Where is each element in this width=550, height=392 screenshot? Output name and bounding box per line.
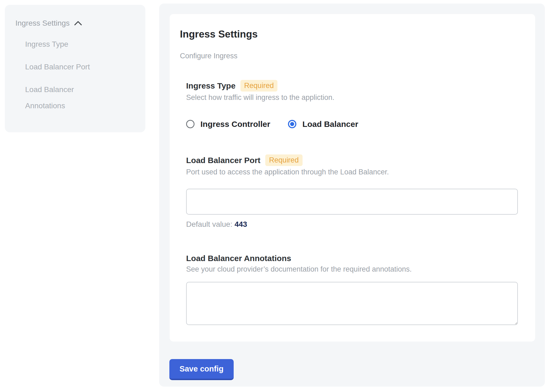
load-balancer-port-input[interactable] bbox=[186, 189, 518, 215]
field-description: Port used to access the application thro… bbox=[186, 168, 518, 177]
form-fields: Ingress Type Required Select how traffic… bbox=[186, 80, 518, 325]
radio-label[interactable]: Load Balancer bbox=[302, 119, 358, 129]
chevron-up-icon bbox=[74, 21, 82, 26]
ingress-type-radio-group: Ingress Controller Load Balancer bbox=[186, 119, 518, 129]
field-label-row: Load Balancer Port Required bbox=[186, 154, 518, 166]
page-title: Ingress Settings bbox=[180, 28, 518, 40]
default-value-label: Default value: bbox=[186, 220, 232, 228]
default-value-line: Default value:443 bbox=[186, 220, 518, 229]
ingress-settings-panel: Ingress Settings Configure Ingress Ingre… bbox=[159, 4, 545, 387]
load-balancer-annotations-textarea[interactable] bbox=[186, 282, 518, 325]
field-label: Ingress Type bbox=[186, 81, 236, 91]
radio-load-balancer[interactable] bbox=[288, 120, 296, 128]
field-label-row: Load Balancer Annotations bbox=[186, 253, 518, 263]
field-label: Load Balancer Annotations bbox=[186, 253, 291, 263]
default-value: 443 bbox=[234, 220, 247, 228]
field-label: Load Balancer Port bbox=[186, 155, 260, 165]
sidebar-section-label: Ingress Settings bbox=[15, 18, 70, 28]
radio-option-ingress-controller[interactable]: Ingress Controller bbox=[186, 119, 270, 129]
ingress-settings-card: Ingress Settings Configure Ingress Ingre… bbox=[170, 14, 535, 342]
field-description: See your cloud provider’s documentation … bbox=[186, 265, 518, 274]
sidebar-item-load-balancer-annotations[interactable]: Load Balancer Annotations bbox=[25, 82, 109, 114]
field-load-balancer-annotations: Load Balancer Annotations See your cloud… bbox=[186, 253, 518, 325]
sidebar-item-list: Ingress Type Load Balancer Port Load Bal… bbox=[25, 36, 138, 114]
settings-nav-card: Ingress Settings Ingress Type Load Balan… bbox=[5, 5, 145, 132]
radio-option-load-balancer[interactable]: Load Balancer bbox=[288, 119, 358, 129]
required-badge: Required bbox=[240, 80, 278, 92]
page-subtitle: Configure Ingress bbox=[180, 52, 518, 60]
required-badge: Required bbox=[265, 154, 303, 166]
field-description: Select how traffic will ingress to the a… bbox=[186, 93, 518, 102]
sidebar-item-load-balancer-port[interactable]: Load Balancer Port bbox=[25, 59, 109, 75]
field-label-row: Ingress Type Required bbox=[186, 80, 518, 92]
sidebar-item-ingress-type[interactable]: Ingress Type bbox=[25, 36, 109, 52]
field-ingress-type: Ingress Type Required Select how traffic… bbox=[186, 80, 518, 129]
radio-label[interactable]: Ingress Controller bbox=[200, 119, 270, 129]
sidebar-section-ingress-settings[interactable]: Ingress Settings bbox=[15, 18, 138, 28]
radio-ingress-controller[interactable] bbox=[186, 120, 194, 128]
save-config-button[interactable]: Save config bbox=[169, 359, 234, 380]
field-load-balancer-port: Load Balancer Port Required Port used to… bbox=[186, 154, 518, 229]
